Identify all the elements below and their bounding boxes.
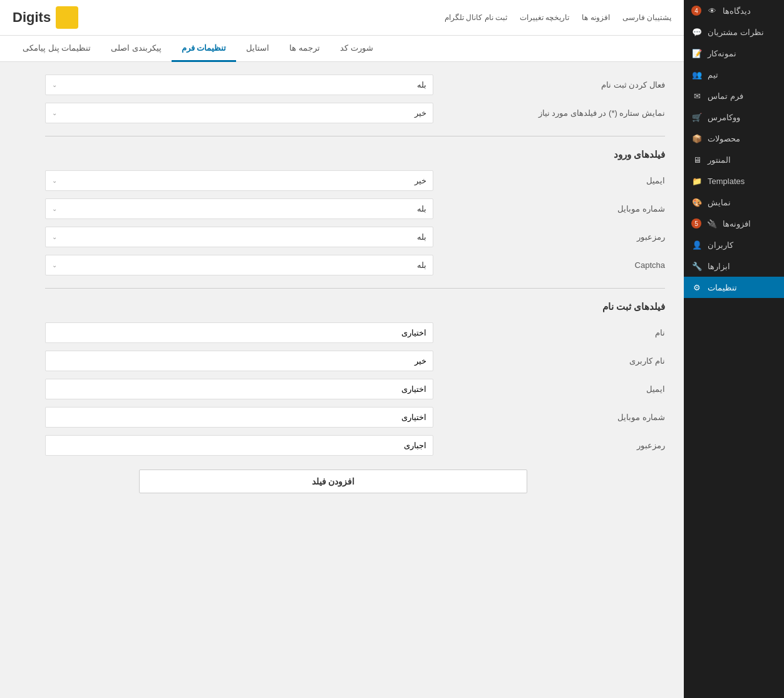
tab-style[interactable]: استایل [236,36,279,62]
tab-sms-settings[interactable]: تنظیمات پنل پیامکی [13,36,101,62]
top-nav-item-changelog[interactable]: تاریخچه تغییرات [520,13,569,22]
display-icon: 🎨 [691,197,703,208]
sidebar-item-label: Templates [708,177,745,186]
top-nav-item-telegram[interactable]: ثبت نام کانال تلگرام [445,13,507,22]
form-row-show-asterisk: نمایش ستاره (*) در فیلدهای مورد نیاز خیر… [45,103,665,123]
show-asterisk-value: خیر [415,108,426,118]
email-reg-label: ایمیل [527,384,665,394]
chevron-down-icon: ⌄ [52,205,57,212]
sidebar-item-tools[interactable]: ابزارها 🔧 [684,255,784,277]
sidebar-item-comments[interactable]: نظرات مشتریان 💬 [684,21,784,43]
form-row-name-reg: نام [45,322,665,343]
settings-icon: ⚙ [691,282,703,293]
captcha-input-label: Captcha [527,260,665,270]
logo-icon [56,6,78,29]
email-input-value: خیر [415,176,426,185]
add-field-row: افزودن فیلد [45,463,665,493]
enable-registration-select[interactable]: بله ⌄ [45,74,433,95]
form-row-password-reg: رمزعبور [45,435,665,456]
email-input-select[interactable]: خیر ⌄ [45,170,433,191]
mobile-reg-input[interactable] [45,407,433,428]
sidebar-item-label: نمونه‌کار [708,49,736,58]
plugins-icon: 🔌 [706,218,718,229]
top-navigation: پشتیبان فارسی افزونه ها تاریخچه تغییرات … [445,13,671,22]
form-row-mobile-reg: شماره موبایل [45,407,665,428]
tab-main-config[interactable]: پیکربندی اصلی [101,36,172,62]
section-divider-2 [45,288,665,289]
sidebar-item-settings[interactable]: تنظیمات ⚙ [684,277,784,298]
tab-bar: تنظیمات پنل پیامکی پیکربندی اصلی تنظیمات… [0,36,684,62]
logo-text: Digits [13,9,51,26]
form-area: فعال کردن ثبت نام بله ⌄ نمایش ستاره (*) … [26,62,684,513]
add-field-button[interactable]: افزودن فیلد [139,470,527,493]
top-bar: Digits پشتیبان فارسی افزونه ها تاریخچه ت… [0,0,684,36]
enable-registration-label: فعال کردن ثبت نام [527,80,665,90]
sidebar-item-contact[interactable]: فرم تماس ✉ [684,85,784,106]
email-reg-input[interactable] [45,379,433,399]
sidebar-item-label: تنظیمات [708,283,737,292]
team-icon: 👥 [691,69,703,80]
top-nav-item-plugins[interactable]: افزونه ها [582,13,609,22]
woo-icon: 🛒 [691,111,703,123]
users-icon: 👤 [691,239,703,250]
form-row-email-reg: ایمیل [45,379,665,399]
section-divider [45,136,665,136]
password-input-label: رمزعبور [527,232,665,242]
sidebar-item-label: کاربران [708,240,733,250]
sidebar-item-samples[interactable]: نمونه‌کار 📝 [684,43,784,64]
tab-shortcode[interactable]: شورت کد [330,36,383,62]
sidebar-item-label: نمایش [708,198,731,207]
show-asterisk-select[interactable]: خیر ⌄ [45,103,433,123]
password-reg-input[interactable] [45,435,433,456]
sidebar-item-team[interactable]: تیم 👥 [684,64,784,85]
name-reg-label: نام [527,328,665,337]
enable-registration-value: بله [417,80,426,90]
mobile-input-label: شماره موبایل [527,204,665,213]
chevron-down-icon: ⌄ [52,177,57,184]
password-input-select[interactable]: بله ⌄ [45,227,433,247]
templates-icon: 📁 [691,175,703,187]
captcha-input-value: بله [417,260,426,270]
chevron-down-icon: ⌄ [52,110,57,116]
chevron-down-icon: ⌄ [52,262,57,269]
form-row-password-input: رمزعبور بله ⌄ [45,227,665,247]
sidebar-item-digaah[interactable]: دیدگاه‌ها 👁 4 [684,0,784,21]
sidebar-item-products[interactable]: محصولات 📦 [684,128,784,149]
plugins-badge: 5 [691,218,701,228]
password-input-value: بله [417,232,426,242]
mobile-input-value: بله [417,204,426,213]
sidebar-item-label: دیدگاه‌ها [723,6,751,16]
sidebar-item-display[interactable]: نمایش 🎨 [684,192,784,213]
form-row-username-reg: نام کاربری [45,351,665,371]
tab-translations[interactable]: ترجمه ها [279,36,330,62]
sidebar-item-label: تیم [708,70,718,80]
username-reg-input[interactable] [45,351,433,371]
sidebar-item-woo[interactable]: ووکامرس 🛒 [684,106,784,128]
sidebar: دیدگاه‌ها 👁 4 نظرات مشتریان 💬 نمونه‌کار … [684,0,784,698]
sample-icon: 📝 [691,48,703,59]
sidebar-item-templates[interactable]: Templates 📁 [684,170,784,192]
sidebar-item-plugins[interactable]: افزونه‌ها 🔌 5 [684,213,784,234]
digaah-badge: 4 [691,6,701,16]
show-asterisk-label: نمایش ستاره (*) در فیلدهای مورد نیاز [527,108,665,118]
chevron-down-icon: ⌄ [52,234,57,240]
captcha-input-select[interactable]: بله ⌄ [45,255,433,275]
sidebar-item-elementor[interactable]: المنتور 🖥 [684,149,784,170]
products-icon: 📦 [691,133,703,144]
mobile-input-select[interactable]: بله ⌄ [45,198,433,219]
tab-form-settings[interactable]: تنظیمات فرم [172,36,237,62]
name-reg-input[interactable] [45,322,433,343]
input-fields-title: فیلدهای ورود [45,149,665,160]
mobile-reg-label: شماره موبایل [527,413,665,422]
logo-area: Digits [13,6,78,29]
sidebar-item-label: افزونه‌ها [723,219,751,228]
tools-icon: 🔧 [691,260,703,272]
top-nav-item-support[interactable]: پشتیبان فارسی [622,13,671,22]
sidebar-item-users[interactable]: کاربران 👤 [684,234,784,255]
chevron-down-icon: ⌄ [52,81,57,88]
contact-icon: ✉ [691,90,703,101]
main-content: Digits پشتیبان فارسی افزونه ها تاریخچه ت… [0,0,684,698]
sidebar-item-label: محصولات [708,134,740,143]
eye-icon: 👁 [706,5,718,16]
form-row-mobile-input: شماره موبایل بله ⌄ [45,198,665,219]
